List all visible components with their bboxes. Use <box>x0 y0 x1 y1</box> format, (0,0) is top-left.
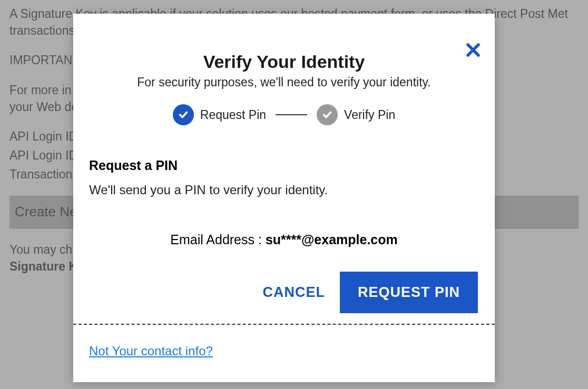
email-display: Email Address : su****@example.com <box>89 232 479 247</box>
modal-subtitle: For security purposes, we'll need to ver… <box>73 75 495 89</box>
verify-identity-modal: Verify Your Identity For security purpos… <box>73 14 495 382</box>
step-indicator-active <box>173 104 194 125</box>
step-indicator-inactive <box>317 104 338 125</box>
email-value: su****@example.com <box>266 232 398 247</box>
modal-footer: Not Your contact info? <box>73 325 495 377</box>
close-button[interactable] <box>464 41 482 61</box>
cancel-button[interactable]: CANCEL <box>262 284 325 301</box>
modal-header: Verify Your Identity For security purpos… <box>73 14 495 125</box>
request-pin-button[interactable]: REQUEST PIN <box>340 272 478 313</box>
email-label: Email Address : <box>170 232 266 247</box>
modal-actions: CANCEL REQUEST PIN <box>73 247 495 324</box>
close-icon <box>464 41 482 59</box>
step-request-pin: Request Pin <box>173 104 266 125</box>
check-icon <box>321 109 333 121</box>
step-connector <box>276 114 307 115</box>
step-verify-pin: Verify Pin <box>317 104 395 125</box>
check-icon <box>178 109 189 121</box>
step-label: Request Pin <box>200 108 266 122</box>
step-label: Verify Pin <box>344 108 395 122</box>
not-your-contact-link[interactable]: Not Your contact info? <box>89 344 213 358</box>
section-text: We'll send you a PIN to verify your iden… <box>89 183 479 197</box>
section-title: Request a PIN <box>89 158 479 173</box>
modal-body: Request a PIN We'll send you a PIN to ve… <box>73 125 495 247</box>
progress-stepper: Request Pin Verify Pin <box>73 104 495 125</box>
modal-title: Verify Your Identity <box>73 52 495 72</box>
